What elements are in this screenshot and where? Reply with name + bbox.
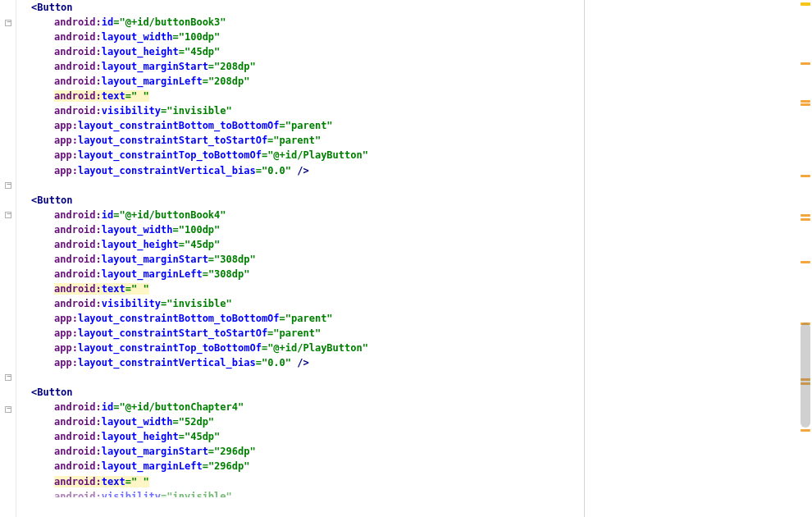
code-line[interactable]: app:layout_constraintVertical_bias="0.0"… bbox=[20, 163, 584, 178]
warning-marker[interactable] bbox=[801, 261, 810, 263]
code-line[interactable]: app:layout_constraintTop_toBottomOf="@+i… bbox=[20, 341, 584, 355]
code-line[interactable]: android:visibility="invisible" bbox=[20, 489, 584, 497]
code-content[interactable]: <Buttonandroid:id="@+id/buttonBook3"andr… bbox=[20, 0, 584, 497]
code-line[interactable]: android:layout_marginLeft="296dp" bbox=[20, 459, 584, 474]
code-line[interactable]: <Button bbox=[20, 193, 584, 208]
scrollbar-thumb[interactable] bbox=[801, 323, 810, 428]
code-line[interactable]: android:layout_height="45dp" bbox=[20, 429, 584, 444]
fold-toggle-icon[interactable] bbox=[5, 212, 11, 218]
right-panel bbox=[585, 0, 799, 517]
warning-marker[interactable] bbox=[801, 214, 810, 217]
code-line[interactable] bbox=[20, 178, 584, 193]
code-line[interactable]: <Button bbox=[20, 0, 584, 15]
warning-marker[interactable] bbox=[801, 103, 810, 106]
warning-marker[interactable] bbox=[801, 2, 810, 6]
warning-marker[interactable] bbox=[801, 175, 810, 177]
code-line[interactable]: android:layout_marginStart="308dp" bbox=[20, 252, 584, 267]
code-line[interactable]: android:text=" " bbox=[20, 89, 584, 103]
code-line[interactable]: android:layout_width="100dp" bbox=[20, 30, 584, 44]
warning-marker[interactable] bbox=[801, 218, 810, 221]
code-line[interactable]: android:layout_width="100dp" bbox=[20, 222, 584, 237]
code-line[interactable]: android:layout_marginStart="208dp" bbox=[20, 59, 584, 74]
code-line[interactable]: app:layout_constraintBottom_toBottomOf="… bbox=[20, 118, 584, 133]
code-editor[interactable]: <Buttonandroid:id="@+id/buttonBook3"andr… bbox=[0, 0, 585, 517]
code-line[interactable]: app:layout_constraintVertical_bias="0.0"… bbox=[20, 355, 584, 370]
code-line[interactable]: android:visibility="invisible" bbox=[20, 296, 584, 311]
code-line[interactable]: android:layout_height="45dp" bbox=[20, 44, 584, 59]
warning-marker[interactable] bbox=[801, 62, 810, 65]
code-line[interactable]: android:layout_width="52dp" bbox=[20, 414, 584, 429]
code-line[interactable]: android:id="@+id/buttonBook3" bbox=[20, 15, 584, 30]
code-line[interactable]: app:layout_constraintBottom_toBottomOf="… bbox=[20, 311, 584, 326]
code-line[interactable]: android:id="@+id/buttonBook4" bbox=[20, 208, 584, 222]
code-line[interactable]: app:layout_constraintStart_toStartOf="pa… bbox=[20, 133, 584, 148]
fold-toggle-icon[interactable] bbox=[5, 406, 11, 413]
code-line[interactable]: app:layout_constraintTop_toBottomOf="@+i… bbox=[20, 148, 584, 162]
code-line[interactable]: android:layout_marginStart="296dp" bbox=[20, 444, 584, 459]
code-line[interactable]: android:layout_marginLeft="308dp" bbox=[20, 267, 584, 281]
code-line[interactable]: app:layout_constraintStart_toStartOf="pa… bbox=[20, 326, 584, 341]
code-line[interactable]: android:text=" " bbox=[20, 474, 584, 489]
marker-rail[interactable] bbox=[799, 0, 812, 517]
code-line[interactable]: android:layout_marginLeft="208dp" bbox=[20, 74, 584, 89]
code-line[interactable]: android:layout_height="45dp" bbox=[20, 237, 584, 252]
fold-toggle-icon[interactable] bbox=[5, 20, 11, 26]
code-line[interactable]: android:text=" " bbox=[20, 281, 584, 296]
code-line[interactable] bbox=[20, 370, 584, 385]
code-line[interactable]: android:visibility="invisible" bbox=[20, 103, 584, 118]
fold-toggle-icon[interactable] bbox=[5, 374, 11, 381]
code-line[interactable]: <Button bbox=[20, 385, 584, 400]
code-line[interactable]: android:id="@+id/buttonChapter4" bbox=[20, 400, 584, 414]
warning-marker[interactable] bbox=[801, 100, 810, 103]
warning-marker[interactable] bbox=[801, 429, 810, 432]
gutter bbox=[0, 0, 16, 517]
fold-toggle-icon[interactable] bbox=[5, 182, 11, 189]
